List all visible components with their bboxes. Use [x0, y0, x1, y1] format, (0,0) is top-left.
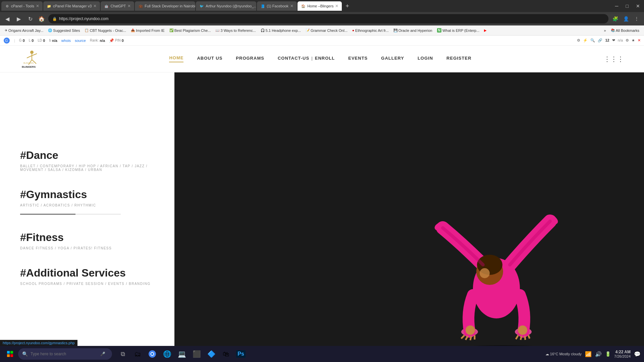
taskbar-task-view[interactable]: ⧉ — [116, 347, 129, 361]
taskbar-terminal[interactable]: ⬛ — [190, 347, 203, 361]
svg-text:EMPIRE: EMPIRE — [24, 66, 31, 68]
start-button[interactable] — [3, 347, 17, 361]
bookmark-headphone[interactable]: 🎧 5.1 Headphone exp... — [259, 28, 303, 33]
refresh-button[interactable]: ↻ — [25, 14, 35, 23]
seo-whois[interactable]: whois — [61, 39, 71, 43]
nav-about[interactable]: ABOUT US — [197, 56, 222, 62]
browser-actions: 🧩 👤 ⋮ — [610, 14, 641, 23]
gymnastics-progress-bar — [20, 214, 121, 215]
bookmark-plagiarism[interactable]: ✅ Best Plagiarism Che... — [167, 28, 213, 33]
program-additional: #Additional Services SCHOOL PROGRAMS / P… — [20, 267, 154, 286]
minimize-button[interactable]: ─ — [612, 3, 621, 9]
maximize-button[interactable]: □ — [623, 3, 631, 9]
taskbar-battery: 🔋 — [605, 351, 611, 357]
seo-source[interactable]: source — [75, 39, 86, 43]
bookmark-imported[interactable]: 📥 Imported From IE — [129, 28, 167, 33]
taskbar-chrome[interactable] — [146, 347, 159, 361]
bookmark-suggested[interactable]: 🌐 Suggested Sites — [46, 28, 82, 33]
bookmark-all-bookmarks[interactable]: 📚 All Bookmarks — [609, 28, 641, 33]
bookmark-origami[interactable]: ✈ Origami Aircraft Jay... — [3, 28, 45, 33]
taskbar-store[interactable]: 🛍 — [219, 347, 233, 361]
nav-enroll[interactable]: ENROLL — [315, 56, 335, 61]
tab-close-6[interactable]: ✕ — [290, 4, 293, 8]
seo-close-icon[interactable]: ✕ — [638, 38, 641, 43]
bookmark-favicon-4: 📥 — [131, 28, 135, 32]
bookmark-grammar[interactable]: 📝 Grammar Check Onl... — [304, 28, 350, 33]
svg-point-21 — [518, 325, 527, 335]
taskbar-vscode[interactable]: 💻 — [175, 347, 189, 361]
taskbar-edge[interactable]: 🌐 — [160, 347, 174, 361]
nav-programs[interactable]: PROGRAMS — [236, 56, 264, 62]
bookmark-favicon-1: ✈ — [5, 28, 7, 32]
seo-action-5[interactable]: ❤ — [612, 38, 615, 43]
bookmark-erp[interactable]: N What is ERP (Enterp... — [435, 27, 482, 33]
forward-button[interactable]: ▶ — [14, 14, 23, 23]
taskbar-photoshop[interactable]: Ps — [234, 347, 248, 361]
seo-action-2[interactable]: ⚡ — [583, 38, 588, 43]
seo-star-icon[interactable]: ★ — [632, 38, 635, 43]
seo-action-1[interactable]: ⚙ — [577, 38, 580, 43]
tab-cpanel-file-manager[interactable]: 📁 cPanel File Manager v3 ✕ — [43, 1, 100, 11]
seo-action-4[interactable]: 🔗 — [598, 38, 602, 43]
tab-favicon-4: 💼 — [138, 4, 143, 8]
taskbar-apps[interactable]: 🔷 — [205, 347, 218, 361]
tab-close-2[interactable]: ✕ — [93, 4, 97, 8]
extensions-icon[interactable]: 🧩 — [610, 14, 620, 23]
svg-line-22 — [461, 335, 465, 339]
tab-twitter[interactable]: 🐦 Arthur Nyundoo (@nyundoo_... ✕ — [196, 1, 256, 11]
new-tab-button[interactable]: + — [342, 1, 352, 11]
tab-facebook[interactable]: 📘 (1) Facebook ✕ — [257, 1, 297, 11]
nav-grid-icon[interactable]: ⋮⋮⋮ — [604, 55, 624, 63]
tab-close-3[interactable]: ✕ — [127, 4, 131, 8]
tab-home-blingers[interactable]: 🏠 Home –Blingers ✕ — [298, 1, 342, 11]
svg-rect-33 — [10, 354, 13, 357]
taskbar-clock[interactable]: 4:22 AM 7/26/2024 — [614, 350, 631, 358]
seo-bar: G | G 0 L 0 LD 0 b n/a whois source Rank… — [0, 36, 644, 46]
left-panel: #Dance BALLET / CONTEMPORARY / HIP HOP /… — [0, 72, 174, 362]
taskbar-volume[interactable]: 🔊 — [595, 351, 602, 357]
bookmark-3ways[interactable]: 📖 3 Ways to Referenc... — [213, 28, 258, 33]
settings-icon[interactable]: ⋮ — [632, 14, 641, 23]
seo-settings-icon[interactable]: ⚙ — [626, 38, 629, 43]
tab-close-1[interactable]: ✕ — [36, 4, 39, 8]
bookmark-ethnographic[interactable]: ● Ethnographic Art fr... — [350, 28, 391, 33]
tab-favicon-2: 📁 — [47, 4, 51, 8]
nav-gallery[interactable]: GALLERY — [381, 56, 404, 62]
dance-title: #Dance — [20, 149, 154, 162]
home-button[interactable]: 🏠 — [37, 14, 46, 23]
taskbar-right: ☁ 16°C Mostly cloudy 📶 🔊 🔋 4:22 AM 7/26/… — [545, 350, 641, 358]
nav-events[interactable]: EVENTS — [348, 56, 368, 62]
seo-logo: G — [3, 37, 10, 44]
bookmark-favicon-8: 📝 — [306, 28, 310, 32]
nav-login[interactable]: LOGIN — [418, 56, 433, 62]
bookmark-favicon-11: N — [437, 28, 441, 33]
nav-contact[interactable]: CONTACT-US — [278, 56, 309, 61]
profile-icon[interactable]: 👤 — [621, 14, 631, 23]
bookmark-youtube[interactable]: ▶ — [482, 28, 489, 33]
bookmark-all[interactable]: » — [602, 28, 608, 33]
address-bar[interactable]: 🔒 https://project.nyundoo.com — [48, 14, 608, 23]
taskbar-explorer[interactable]: 🗂 — [131, 347, 144, 361]
fitness-subtitle: DANCE FITNESS / YOGA / PIRATES! FITNESS — [20, 246, 154, 250]
tab-chatgpt[interactable]: 🤖 ChatGPT ✕ — [101, 1, 134, 11]
bookmark-cbt[interactable]: 📋 CBT Nuggets - Orac... — [83, 28, 128, 33]
taskbar-notification[interactable]: 💬 — [634, 351, 641, 357]
taskbar-search-box[interactable]: 🔍 🎤 — [18, 348, 112, 360]
nav-home[interactable]: HOME — [169, 55, 183, 62]
address-bar-row: ◀ ▶ ↻ 🏠 🔒 https://project.nyundoo.com 🧩 … — [0, 12, 644, 25]
nav-register[interactable]: REGISTER — [446, 56, 471, 62]
seo-action-3[interactable]: 🔍 — [590, 38, 595, 43]
taskbar-network[interactable]: 📶 — [585, 351, 592, 357]
svg-line-27 — [521, 336, 522, 340]
tab-cpanel-tools[interactable]: ⚙ cPanel - Tools ✕ — [1, 1, 43, 11]
site-logo[interactable]: BLINGERS BLINGERS EMPIRE — [20, 50, 44, 68]
back-button[interactable]: ◀ — [3, 14, 12, 23]
bookmark-favicon-10: 💾 — [393, 28, 397, 32]
nav-contact-enroll[interactable]: CONTACT-US | ENROLL — [278, 56, 335, 62]
tab-close-7[interactable]: ✕ — [335, 4, 338, 8]
program-dance: #Dance BALLET / CONTEMPORARY / HIP HOP /… — [20, 149, 154, 172]
close-window-button[interactable]: ✕ — [633, 3, 643, 9]
tab-fullstack[interactable]: 💼 Full Stack Developer in Nairobi ✕ — [135, 1, 195, 11]
bookmark-oracle[interactable]: 💾 Oracle and Hyperion — [391, 28, 434, 33]
taskbar-search-input[interactable] — [31, 352, 98, 356]
